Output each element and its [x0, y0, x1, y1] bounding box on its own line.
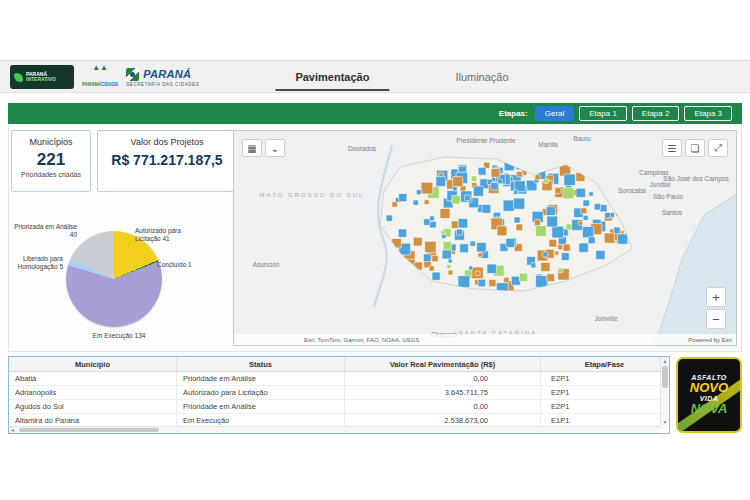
municipality-polygon[interactable] [555, 251, 559, 255]
municipality-polygon[interactable] [392, 202, 398, 208]
municipality-polygon[interactable] [478, 279, 486, 287]
municipality-polygon[interactable] [576, 188, 585, 197]
municipality-polygon[interactable] [460, 244, 469, 253]
municipality-polygon[interactable] [547, 274, 555, 282]
municipality-polygon[interactable] [448, 259, 452, 263]
hscroll-thumb[interactable] [19, 428, 159, 432]
etapa-button-geral[interactable]: Geral [535, 106, 575, 121]
municipality-polygon[interactable] [563, 188, 574, 199]
municipality-polygon[interactable] [579, 243, 588, 252]
collapse-button[interactable]: ⌄ [265, 139, 285, 157]
etapa-button-etapa-3[interactable]: Etapa 3 [684, 106, 732, 121]
municipality-polygon[interactable] [421, 182, 433, 194]
municipality-polygon[interactable] [487, 264, 497, 274]
expand-button[interactable]: ⤢ [708, 139, 728, 157]
municipality-polygon[interactable] [594, 204, 600, 210]
municipality-polygon[interactable] [469, 266, 473, 270]
municipality-polygon[interactable] [498, 179, 503, 184]
municipality-polygon[interactable] [440, 209, 450, 219]
municipality-polygon[interactable] [429, 266, 434, 271]
municipality-polygon[interactable] [558, 268, 563, 273]
municipality-polygon[interactable] [443, 242, 451, 250]
municipality-polygon[interactable] [558, 244, 563, 249]
municipality-polygon[interactable] [547, 216, 558, 227]
municipality-polygon[interactable] [614, 227, 620, 233]
municipality-polygon[interactable] [543, 252, 548, 257]
municipality-polygon[interactable] [564, 174, 575, 185]
municipality-polygon[interactable] [566, 224, 572, 230]
municipality-polygon[interactable] [413, 237, 422, 246]
etapa-button-etapa-2[interactable]: Etapa 2 [632, 106, 680, 121]
municipality-polygon[interactable] [478, 167, 486, 175]
legend-button[interactable]: ☰ [662, 139, 682, 157]
parana-map[interactable]: MATO GROSSO DO SULSANTA CATARINA Dourado… [233, 130, 737, 346]
municipality-polygon[interactable] [399, 194, 407, 202]
municipality-polygon[interactable] [583, 215, 588, 220]
municipality-polygon[interactable] [453, 177, 463, 187]
basemap-gallery-button[interactable]: ▦ [242, 139, 262, 157]
municipality-polygon[interactable] [605, 212, 611, 218]
municipality-polygon[interactable] [473, 186, 483, 196]
municipality-polygon[interactable] [416, 190, 421, 195]
scroll-left-arrow-icon[interactable]: ◄ [10, 427, 15, 433]
municipality-polygon[interactable] [478, 253, 482, 257]
municipality-polygon[interactable] [516, 171, 522, 177]
municipality-polygon[interactable] [453, 186, 458, 191]
municipality-polygon[interactable] [531, 263, 536, 268]
municipality-polygon[interactable] [536, 276, 548, 288]
municipality-polygon[interactable] [604, 233, 614, 243]
municipality-polygon[interactable] [424, 219, 431, 226]
municipality-polygon[interactable] [430, 221, 437, 228]
tab-iluminacao[interactable]: Iluminação [451, 71, 512, 83]
municipality-polygon[interactable] [583, 200, 589, 206]
municipality-polygon[interactable] [581, 208, 587, 214]
municipality-polygon[interactable] [516, 224, 523, 231]
municipality-polygon[interactable] [549, 239, 557, 247]
municipality-polygon[interactable] [423, 254, 431, 262]
municipality-polygon[interactable] [458, 276, 470, 288]
municipality-polygon[interactable] [386, 215, 392, 221]
municipality-polygon[interactable] [432, 255, 438, 261]
tab-pavimentacao[interactable]: Pavimentação [291, 71, 373, 83]
scroll-down-arrow-icon[interactable]: ▼ [661, 419, 669, 425]
municipality-polygon[interactable] [425, 241, 436, 252]
municipality-polygon[interactable] [475, 271, 480, 276]
municipality-polygon[interactable] [436, 177, 446, 187]
municipality-polygon[interactable] [535, 175, 540, 180]
table-vertical-scrollbar[interactable]: ▲ ▼ [660, 357, 669, 426]
municipality-polygon[interactable] [506, 239, 515, 248]
municipality-polygon[interactable] [514, 217, 520, 223]
municipality-polygon[interactable] [563, 244, 570, 251]
municipality-polygon[interactable] [424, 200, 429, 205]
municipality-polygon[interactable] [514, 190, 518, 194]
municipality-polygon[interactable] [596, 250, 605, 259]
municipality-polygon[interactable] [552, 226, 564, 238]
municipality-polygon[interactable] [520, 273, 528, 281]
municipality-polygon[interactable] [503, 200, 514, 211]
pie-graphic[interactable] [66, 231, 162, 327]
zoom-in-button[interactable]: + [706, 287, 726, 307]
municipality-polygon[interactable] [618, 234, 628, 244]
municipality-polygon[interactable] [413, 200, 418, 205]
layers-button[interactable]: ❏ [685, 139, 705, 157]
municipality-polygon[interactable] [477, 242, 487, 252]
municipality-polygon[interactable] [555, 188, 561, 194]
municipality-polygon[interactable] [458, 219, 468, 229]
municipality-polygon[interactable] [470, 241, 475, 246]
municipality-polygon[interactable] [588, 237, 595, 244]
municipality-polygon[interactable] [497, 226, 507, 236]
municipality-polygon[interactable] [482, 204, 491, 213]
municipality-polygon[interactable] [578, 221, 582, 225]
municipality-polygon[interactable] [471, 176, 477, 182]
municipality-polygon[interactable] [546, 207, 555, 216]
municipality-polygon[interactable] [511, 276, 520, 285]
municipality-polygon[interactable] [489, 280, 496, 287]
municipality-polygon[interactable] [448, 270, 453, 275]
municipality-polygon[interactable] [447, 264, 451, 268]
municipality-polygon[interactable] [504, 277, 509, 282]
municipality-polygon[interactable] [536, 226, 547, 237]
vscroll-thumb[interactable] [662, 366, 668, 388]
table-row[interactable]: Agudos do SulPrioridade em Análise0,00E2… [9, 400, 669, 414]
municipality-polygon[interactable] [491, 169, 500, 178]
municipality-polygon[interactable] [456, 229, 462, 235]
